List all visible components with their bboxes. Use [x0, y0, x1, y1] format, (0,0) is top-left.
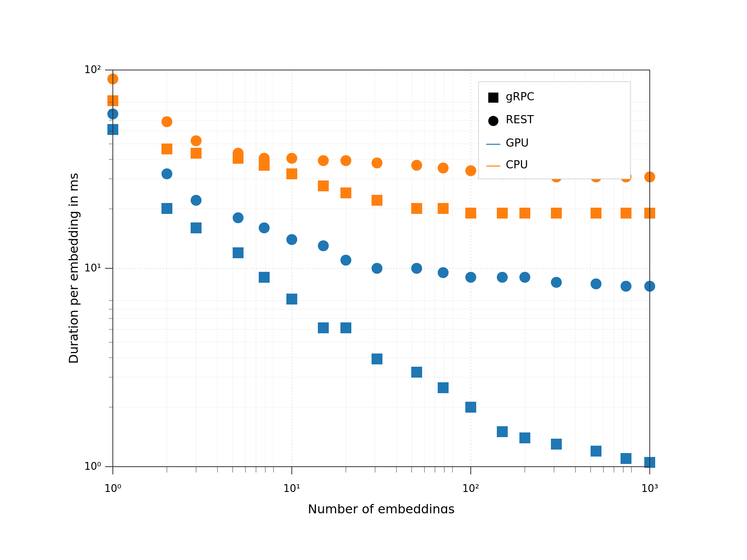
data-point — [259, 160, 270, 171]
x-axis-label: Number of embeddings — [308, 502, 454, 513]
data-point — [411, 203, 422, 214]
data-point — [161, 168, 172, 179]
data-point — [318, 322, 329, 333]
data-point — [465, 402, 476, 413]
y-tick-3: 10² — [84, 64, 101, 75]
data-point — [438, 203, 449, 214]
legend-grpc-icon — [488, 93, 498, 103]
chart-container: 10⁰ 10¹ 10² 10³ 10⁰ 10¹ 10² — [62, 47, 685, 513]
data-point — [497, 272, 508, 283]
svg-rect-97 — [479, 82, 630, 179]
data-point — [591, 208, 601, 219]
x-tick-3: 10² — [462, 483, 479, 494]
data-point — [372, 195, 382, 206]
data-point — [497, 208, 508, 219]
data-point — [233, 153, 244, 164]
data-point — [318, 240, 329, 251]
data-point — [438, 267, 449, 278]
data-point — [372, 263, 382, 274]
data-point — [591, 446, 601, 457]
data-point — [286, 168, 297, 179]
data-point — [340, 322, 351, 333]
data-point — [591, 278, 601, 289]
data-point — [497, 426, 508, 437]
data-point — [286, 153, 297, 164]
data-point — [340, 155, 351, 166]
data-point — [465, 272, 476, 283]
data-point — [621, 208, 631, 219]
data-point — [551, 208, 562, 219]
legend-rest-label: REST — [506, 113, 534, 126]
data-point — [411, 367, 422, 378]
data-point — [411, 160, 422, 171]
data-point — [259, 222, 270, 233]
y-axis-label: Duration per embedding in ms — [66, 173, 81, 364]
data-point — [465, 208, 476, 219]
data-point — [438, 163, 449, 173]
data-point — [161, 116, 172, 127]
x-tick-4: 10³ — [641, 483, 658, 494]
data-point — [372, 354, 382, 364]
data-point — [233, 247, 244, 258]
data-point — [233, 212, 244, 223]
data-point — [191, 148, 202, 159]
legend-rest-icon — [488, 116, 498, 126]
data-point — [340, 187, 351, 198]
data-point — [411, 263, 422, 274]
x-tick-2: 10¹ — [283, 483, 300, 494]
data-point — [372, 158, 382, 168]
y-tick-2: 10¹ — [84, 262, 101, 274]
data-point — [551, 277, 562, 288]
data-point — [286, 234, 297, 245]
data-point — [465, 165, 476, 176]
data-point — [286, 294, 297, 304]
data-point — [340, 255, 351, 266]
data-point — [161, 144, 172, 154]
data-point — [318, 180, 329, 191]
legend-grpc-label: gRPC — [506, 90, 535, 103]
data-point — [519, 208, 530, 219]
data-point — [519, 272, 530, 283]
data-point — [259, 272, 270, 283]
data-point — [191, 195, 202, 206]
data-point — [161, 203, 172, 214]
x-tick-1: 10⁰ — [104, 483, 121, 494]
legend-cpu-label: CPU — [506, 158, 528, 171]
data-point — [621, 453, 631, 464]
y-tick-1: 10⁰ — [84, 460, 101, 472]
data-point — [318, 155, 329, 166]
data-point — [551, 439, 562, 450]
data-point — [191, 135, 202, 146]
data-point — [519, 432, 530, 443]
legend-gpu-label: GPU — [506, 136, 529, 149]
data-point — [438, 382, 449, 393]
data-point — [191, 222, 202, 233]
data-point — [621, 281, 631, 292]
